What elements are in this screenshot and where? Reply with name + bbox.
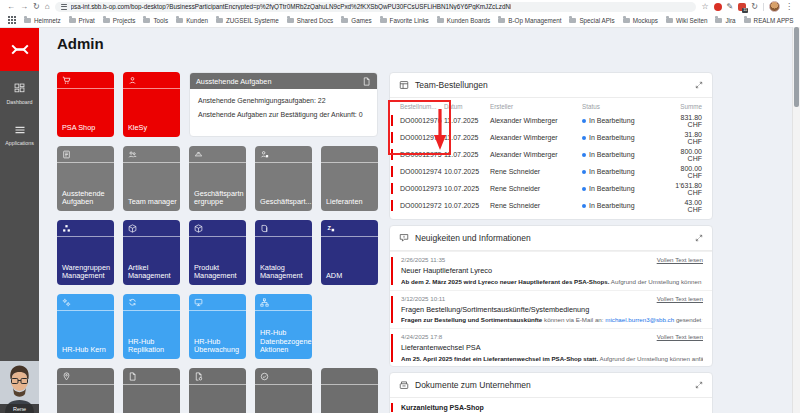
expand-icon[interactable] [695,381,703,389]
order-id[interactable]: DO00012973 [400,185,444,192]
order-row[interactable]: DO00012977 11.07.2025 Alexander Wimberge… [390,129,712,146]
address-bar[interactable]: psa-int.sbb.b-op.com/bop-desktop?Busines… [55,2,697,12]
sync-extension-icon[interactable]: ↻ [751,3,758,11]
bookmark-label: Projects [113,17,136,24]
tile-cropped-4[interactable] [255,368,312,413]
tile-geschaeftspartnergruppe[interactable]: Geschäftspartnergruppe [189,146,246,211]
tile-cropped-2[interactable] [123,368,180,413]
order-row[interactable]: DO00012976 11.07.2025 Alexander Wimberge… [390,112,712,129]
tile-produkt-management[interactable]: Produkt Management [189,220,246,285]
order-creator: Alexander Wimberger [490,117,582,124]
order-id[interactable]: DO00012976 [400,117,444,124]
sidebar-item-dashboard[interactable]: Dashboard [0,79,39,105]
bookmark-folder[interactable]: Kunden Boards [437,17,490,24]
tile-hr-hub-ueberwachung[interactable]: HR-Hub Überwachung [189,294,246,359]
forward-icon[interactable]: → [20,3,28,11]
bookmark-folder[interactable]: Special APIs [569,17,614,24]
read-more-link[interactable]: Vollen Text lesen [657,295,703,302]
col-status[interactable]: Status [582,103,672,110]
document-item[interactable]: Kurzanleitung PSA-Shop [390,398,712,413]
bookmark-folder[interactable]: B-Op Management [498,17,561,24]
tile-katalog-management[interactable]: Katalog Management [255,220,312,285]
tile-adm[interactable]: ADM [321,220,378,285]
order-id[interactable]: DO00012972 [400,202,444,209]
browser-menu-icon[interactable]: ⋮ [785,3,793,11]
scrollbar-thumb[interactable] [794,27,799,107]
col-ersteller[interactable]: Ersteller [490,103,582,110]
pin-icon [62,372,71,381]
order-row[interactable]: DO00012972 10.07.2025 Rene Schneider In … [390,197,712,214]
site-settings-icon[interactable] [61,4,67,10]
bookmark-folder[interactable]: ZUGSEIL Systeme [216,17,279,24]
tile-hr-hub-datenbezogene-aktionen[interactable]: HR-Hub Datenbezogene Aktionen [255,294,312,359]
order-id[interactable]: DO00012975 [400,151,444,158]
bookmark-folder[interactable]: Heimnetz [24,17,61,24]
extension-grid-icon[interactable]: 11 [738,3,746,11]
col-summe[interactable]: Summe [672,103,702,110]
bookmark-folder[interactable]: Wiki Seiten [666,17,708,24]
home-icon[interactable]: ⌂ [45,3,50,11]
reload-icon[interactable]: ↻ [33,3,40,11]
order-id[interactable]: DO00012974 [400,168,444,175]
tile-hr-hub-kern[interactable]: HR-Hub Kern [57,294,114,359]
tile-geschaeftspartner[interactable]: Geschäftspart... [255,146,312,211]
tile-label: Geschäftspart... [260,198,310,207]
bookmark-folder[interactable]: Projects [103,17,136,24]
tile-cropped-5[interactable] [321,368,378,413]
tile-team-manager[interactable]: Team manager [123,146,180,211]
folder-icon [216,18,223,23]
folder-icon [666,18,673,23]
bookmark-folder[interactable]: Privat [69,17,95,24]
col-datum[interactable]: Datum [444,103,490,110]
bookmark-folder[interactable]: Mockups [623,17,658,24]
expand-icon[interactable] [695,234,703,242]
read-more-link[interactable]: Vollen Text lesen [657,333,703,340]
tile-label: HR-Hub Datenbezogene Aktionen [260,329,310,355]
tile-hr-hub-replikation[interactable]: HR-Hub Replikation [123,294,180,359]
extension-red-icon[interactable] [714,3,722,11]
main-content: Admin PSA Shop KleSy Ausstehende Aufgabe… [39,27,800,413]
tile-cropped-3[interactable] [189,368,246,413]
tile-label: HR-Hub Replikation [128,338,178,356]
url-text[interactable]: psa-int.sbb.b-op.com/bop-desktop?Busines… [71,3,512,10]
read-more-link[interactable]: Vollen Text lesen [657,256,703,263]
cube-icon [194,224,203,233]
news-text: Aufgrund der Umstellung können anfänglic… [598,355,703,362]
bookmark-folder[interactable]: Favorite Links [380,17,429,24]
sbb-logo[interactable] [0,27,39,71]
apps-grid-icon[interactable] [8,16,16,24]
order-row[interactable]: DO00012974 10.07.2025 Rene Schneider In … [390,163,712,180]
page-scrollbar[interactable] [792,27,800,413]
tile-warengruppen-management[interactable]: Warengruppen Management [57,220,114,285]
folder-icon [437,18,444,23]
bookmark-folder[interactable]: Kunden [176,17,208,24]
bookmark-folder[interactable]: Tools [143,17,168,24]
z-layer-icon [326,224,335,233]
bookmark-folder[interactable]: REALM APPS [744,17,794,24]
sidebar-item-applications[interactable]: Applications [0,120,39,146]
order-row[interactable]: DO00012975 11.07.2025 Alexander Wimberge… [390,146,712,163]
order-status: In Bearbeitung [589,168,635,175]
expand-icon[interactable] [695,81,703,89]
back-icon[interactable]: ← [7,3,15,11]
user-avatar[interactable]: Rene [0,361,39,413]
bookmark-folder[interactable]: Jira [715,17,735,24]
bookmark-star-icon[interactable]: ☆ [701,3,708,11]
tile-cropped-1[interactable] [57,368,114,413]
tile-psa-shop[interactable]: PSA Shop [57,72,114,137]
tile-lieferanten[interactable]: Lieferanten [321,146,378,211]
email-link[interactable]: michael.burren3@sbb.ch [605,316,674,323]
tile-klesy[interactable]: KleSy [123,72,180,137]
bookmark-folder[interactable]: Shared Docs [287,17,333,24]
bookmark-folder[interactable]: Games [341,17,371,24]
order-status: In Bearbeitung [589,185,635,192]
pencil-extension-icon[interactable]: ✎ [727,3,734,11]
order-id[interactable]: DO00012977 [400,134,444,141]
tile-ausstehende-aufgaben[interactable]: Ausstehende Aufgaben [57,146,114,211]
tile-artikel-management[interactable]: Artikel Management [123,220,180,285]
gears-icon [62,298,71,307]
order-row[interactable]: DO00012973 10.07.2025 Rene Schneider In … [390,180,712,197]
col-bestellnummer[interactable]: Bestellnum... [400,103,444,110]
document-icon[interactable] [362,77,371,86]
browser-profile-avatar[interactable] [769,1,780,12]
